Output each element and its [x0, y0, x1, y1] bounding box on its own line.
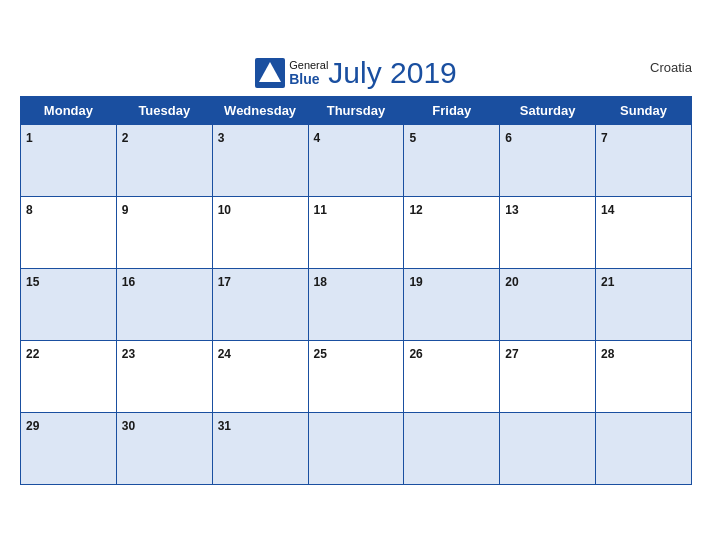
day-number: 13	[505, 203, 518, 217]
day-number: 9	[122, 203, 129, 217]
calendar-week-row: 1234567	[21, 124, 692, 196]
calendar-header: General Blue July 2019 Croatia	[20, 56, 692, 90]
day-number: 24	[218, 347, 231, 361]
calendar-day-cell: 1	[21, 124, 117, 196]
calendar-week-row: 22232425262728	[21, 340, 692, 412]
calendar-day-cell: 4	[308, 124, 404, 196]
calendar-day-cell: 12	[404, 196, 500, 268]
calendar-day-cell: 19	[404, 268, 500, 340]
day-number: 14	[601, 203, 614, 217]
day-number: 12	[409, 203, 422, 217]
calendar-week-row: 293031	[21, 412, 692, 484]
calendar-container: General Blue July 2019 Croatia Monday Tu…	[0, 46, 712, 505]
calendar-day-cell: 5	[404, 124, 500, 196]
calendar-day-cell: 13	[500, 196, 596, 268]
day-number: 3	[218, 131, 225, 145]
calendar-day-cell	[596, 412, 692, 484]
weekday-header-row: Monday Tuesday Wednesday Thursday Friday…	[21, 96, 692, 124]
day-number: 15	[26, 275, 39, 289]
calendar-title: July 2019	[328, 56, 456, 90]
calendar-day-cell: 30	[116, 412, 212, 484]
day-number: 17	[218, 275, 231, 289]
calendar-table: Monday Tuesday Wednesday Thursday Friday…	[20, 96, 692, 485]
calendar-day-cell: 18	[308, 268, 404, 340]
calendar-day-cell: 31	[212, 412, 308, 484]
calendar-day-cell: 2	[116, 124, 212, 196]
calendar-day-cell: 24	[212, 340, 308, 412]
day-number: 18	[314, 275, 327, 289]
logo-icon	[255, 58, 285, 88]
calendar-day-cell	[500, 412, 596, 484]
header-monday: Monday	[21, 96, 117, 124]
calendar-day-cell: 14	[596, 196, 692, 268]
header-saturday: Saturday	[500, 96, 596, 124]
day-number: 11	[314, 203, 327, 217]
calendar-week-row: 15161718192021	[21, 268, 692, 340]
day-number: 7	[601, 131, 608, 145]
calendar-day-cell: 20	[500, 268, 596, 340]
day-number: 19	[409, 275, 422, 289]
day-number: 30	[122, 419, 135, 433]
calendar-day-cell: 8	[21, 196, 117, 268]
day-number: 31	[218, 419, 231, 433]
day-number: 6	[505, 131, 512, 145]
logo: General Blue	[255, 58, 328, 88]
header-tuesday: Tuesday	[116, 96, 212, 124]
logo-blue-text: Blue	[289, 71, 328, 87]
calendar-day-cell: 17	[212, 268, 308, 340]
calendar-week-row: 891011121314	[21, 196, 692, 268]
country-label: Croatia	[650, 60, 692, 75]
calendar-day-cell: 28	[596, 340, 692, 412]
day-number: 2	[122, 131, 129, 145]
calendar-day-cell	[308, 412, 404, 484]
calendar-day-cell: 7	[596, 124, 692, 196]
day-number: 29	[26, 419, 39, 433]
calendar-day-cell: 6	[500, 124, 596, 196]
calendar-day-cell: 27	[500, 340, 596, 412]
day-number: 16	[122, 275, 135, 289]
calendar-day-cell: 10	[212, 196, 308, 268]
day-number: 28	[601, 347, 614, 361]
day-number: 27	[505, 347, 518, 361]
calendar-day-cell: 15	[21, 268, 117, 340]
calendar-day-cell	[404, 412, 500, 484]
day-number: 8	[26, 203, 33, 217]
day-number: 21	[601, 275, 614, 289]
day-number: 1	[26, 131, 33, 145]
calendar-day-cell: 29	[21, 412, 117, 484]
day-number: 22	[26, 347, 39, 361]
calendar-day-cell: 23	[116, 340, 212, 412]
header-thursday: Thursday	[308, 96, 404, 124]
logo-general-text: General	[289, 59, 328, 71]
day-number: 20	[505, 275, 518, 289]
calendar-day-cell: 21	[596, 268, 692, 340]
calendar-day-cell: 11	[308, 196, 404, 268]
calendar-day-cell: 26	[404, 340, 500, 412]
day-number: 4	[314, 131, 321, 145]
day-number: 26	[409, 347, 422, 361]
calendar-day-cell: 16	[116, 268, 212, 340]
day-number: 5	[409, 131, 416, 145]
calendar-day-cell: 22	[21, 340, 117, 412]
calendar-day-cell: 25	[308, 340, 404, 412]
day-number: 25	[314, 347, 327, 361]
calendar-day-cell: 9	[116, 196, 212, 268]
logo-text: General Blue	[289, 59, 328, 87]
header-friday: Friday	[404, 96, 500, 124]
day-number: 23	[122, 347, 135, 361]
day-number: 10	[218, 203, 231, 217]
header-wednesday: Wednesday	[212, 96, 308, 124]
header-sunday: Sunday	[596, 96, 692, 124]
calendar-day-cell: 3	[212, 124, 308, 196]
